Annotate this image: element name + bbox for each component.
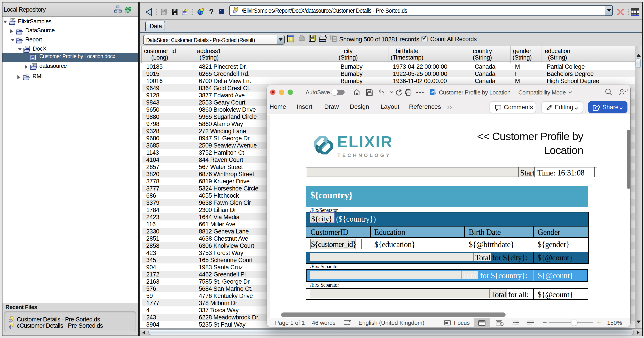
svg-text:W: W [430,90,434,94]
